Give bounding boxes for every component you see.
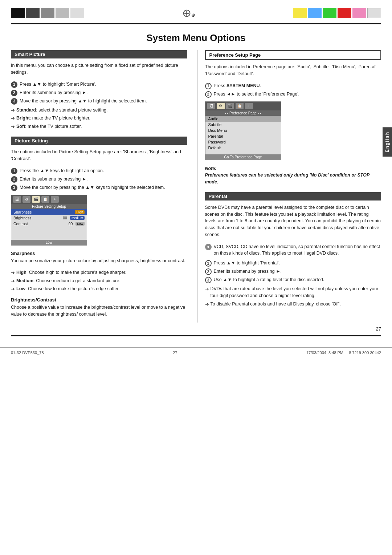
arrow-icon: ➜ — [11, 285, 15, 293]
picture-setting-section: Picture Setting The options included in … — [11, 137, 187, 317]
menu-row-contrast: Contrast 00 Low — [11, 221, 87, 227]
main-content: Smart Picture In this menu, you can choo… — [0, 50, 392, 323]
menu-spacer — [11, 227, 87, 240]
step-item: 3 Move the cursor by pressing ▲▼ to high… — [11, 98, 187, 105]
color-green — [323, 8, 336, 18]
row-val: 00 — [65, 222, 75, 226]
step-text: Use ▲▼ to highlight a rating level for t… — [214, 276, 324, 283]
bottom-line — [11, 335, 381, 336]
arrow-icon: ➜ — [205, 301, 209, 308]
arrow-icon: ➜ — [11, 123, 15, 130]
bottom-bar: 01-32 DVP530_78 27 17/03/2004, 3:48 PM 8… — [0, 347, 392, 358]
pref-title: - - Preference Page - - — [205, 110, 281, 116]
arrow-text: Bright: make the TV picture brighter. — [16, 115, 90, 122]
footer-right: 17/03/2004, 3:48 PM 8 7219 300 30442 — [306, 351, 381, 355]
color-lightgray — [56, 8, 69, 18]
menu-row-brightness: Brightness 00 Medium — [11, 215, 87, 221]
pref-default: Default — [205, 145, 281, 151]
pref-footer: Go To Preference Page — [205, 154, 281, 160]
footer-left: 01-32 DVP530_78 — [11, 351, 44, 355]
note-box: Note: Preference features can be selecte… — [205, 165, 381, 186]
step-number-2: 2 — [205, 91, 212, 98]
menu-row-sharpness: Sharpness High — [11, 209, 87, 215]
step-text: Enter its submenu by pressing ►. — [214, 268, 282, 275]
color-pink — [352, 8, 366, 18]
step-item: 3 Move the cursor by pressing the ▲▼ key… — [11, 184, 187, 191]
pref-disc-menu: Disc Menu — [205, 127, 281, 133]
step-number-2: 2 — [11, 176, 17, 183]
step-text-3: Move the cursor by pressing ▲▼ to highli… — [20, 98, 147, 105]
menu-footer: Low — [11, 240, 87, 245]
color-red — [338, 8, 351, 18]
bullet-text: VCD, SVCD, CD have no level indication, … — [214, 243, 381, 257]
pref-icon-4: 📋 — [236, 103, 244, 109]
step-text-1: Press ▲▼ to highlight 'Smart Picture'. — [20, 81, 97, 88]
picture-setting-steps: 1 Press the ▲▼ keys to highlight an opti… — [11, 167, 187, 191]
arrow-icon: ➜ — [11, 278, 15, 285]
arrow-text: Soft: make the TV picture softer. — [16, 123, 82, 130]
step-text-2: Enter its submenu by pressing ►. — [20, 89, 87, 96]
arrow-dvd-rating: ➜ DVDs that are rated above the level yo… — [205, 285, 381, 299]
picture-setting-menu: 🖼 ⚙ 🎬 📋 + - - Picture Setting Setup - - … — [11, 195, 87, 246]
crosshair-icon: ⊕ — [182, 7, 195, 20]
step-item: 3 Use ▲▼ to highlight a rating level for… — [205, 276, 381, 283]
footer-barcode: 8 7219 300 30442 — [349, 351, 381, 355]
step-item: 2 Enter its submenu by pressing ►. — [11, 89, 187, 96]
step-item: 1 Press ▲▼ to highlight 'Smart Picture'. — [11, 81, 187, 88]
step-number-3: 3 — [11, 185, 17, 191]
preference-intro: The options included in Preference page … — [205, 64, 381, 77]
page-title: System Menu Options — [0, 24, 392, 50]
color-white — [367, 8, 381, 18]
bullet-marker: ● — [205, 244, 212, 250]
arrow-medium: ➜ Medium: Choose medium to get a standar… — [11, 278, 187, 285]
row-label: Brightness — [13, 216, 60, 220]
parental-intro: Some DVDs may have a parental level assi… — [205, 204, 381, 238]
color-blue — [308, 8, 322, 18]
step-text: Move the cursor by pressing the ▲▼ keys … — [20, 184, 165, 191]
step-text-2: Press ◄► to select the 'Preference Page'… — [214, 91, 300, 98]
step-text: Enter its submenu by pressing ►. — [20, 176, 87, 183]
page-number-area: 27 — [0, 323, 392, 335]
step-item: 1 Press SYSTEM MENU. — [205, 82, 381, 89]
smart-picture-section: Smart Picture In this menu, you can choo… — [11, 50, 187, 130]
color-yellow — [293, 8, 307, 18]
sharpness-title: Sharpness — [11, 251, 187, 256]
arrow-low: ➜ Low: Choose low to make the picture's … — [11, 285, 187, 293]
step-item: 1 Press ▲▼ to highlight 'Parental'. — [205, 260, 381, 267]
step-number-3: 3 — [11, 98, 17, 105]
preference-header: Preference Setup Page — [205, 50, 381, 60]
menu-icon-3: 🎬 — [32, 196, 40, 203]
english-tab: English — [383, 127, 392, 157]
menu-icon-1: 🖼 — [13, 196, 21, 203]
arrow-text: Medium: Choose medium to get a standard … — [16, 278, 121, 285]
note-text: Note: Preference features can be selecte… — [205, 165, 381, 186]
menu-header-row: 🖼 ⚙ 🎬 📋 + — [11, 195, 87, 204]
left-column: Smart Picture In this menu, you can choo… — [11, 50, 197, 323]
arrow-text: Standard: select the standard picture se… — [16, 107, 108, 114]
pref-icon-1: 🖼 — [207, 103, 215, 109]
arrow-text: High: Choose high to make the picture's … — [16, 269, 126, 276]
color-blocks-right — [293, 8, 381, 18]
row-tag: Low — [75, 222, 85, 226]
arrow-standard: ➜ Standard: select the standard picture … — [11, 107, 187, 114]
step-text-1: Press SYSTEM MENU. — [214, 82, 261, 89]
step-text: Press ▲▼ to highlight 'Parental'. — [214, 260, 280, 267]
arrow-text: DVDs that are rated above the level you … — [211, 285, 381, 299]
arrow-icon: ➜ — [11, 107, 15, 114]
crosshair-area: ⊕ — [84, 7, 293, 20]
pref-icon-5: + — [245, 103, 253, 109]
row-val: 00 — [60, 216, 70, 220]
pref-icon-3: 🎬 — [226, 103, 234, 109]
step-number-2: 2 — [205, 268, 212, 275]
brightness-text: Choose a positive value to increase the … — [11, 304, 187, 318]
arrow-text: To disable Parental controls and have al… — [211, 301, 341, 308]
menu-icon-5: + — [51, 196, 59, 203]
row-label: Sharpness — [13, 210, 65, 214]
sharpness-intro: You can personalize your picture colour … — [11, 258, 187, 264]
arrow-text: Low: Choose low to make the picture's ed… — [16, 285, 119, 293]
arrow-soft: ➜ Soft: make the TV picture softer. — [11, 123, 187, 130]
pref-subtitle: Subtitle — [205, 122, 281, 127]
picture-setting-intro: The options included in Picture Setting … — [11, 149, 187, 162]
top-bar: ⊕ — [0, 0, 392, 23]
arrow-icon: ➜ — [205, 285, 209, 299]
